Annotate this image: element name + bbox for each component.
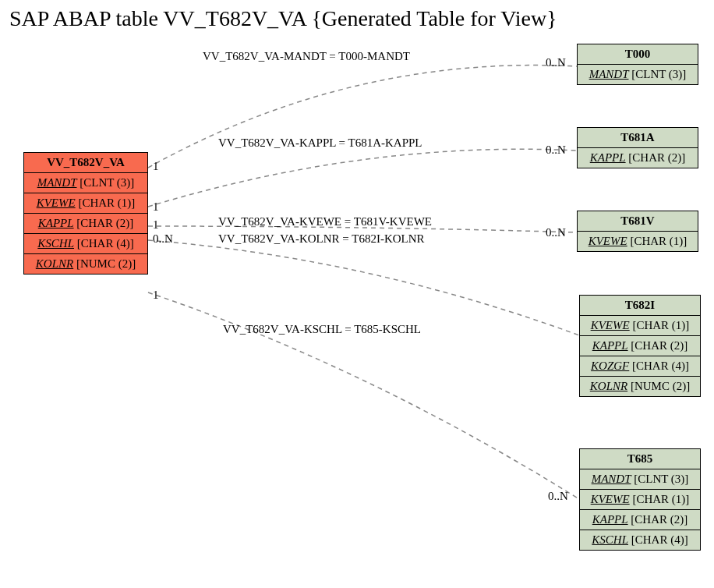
field-type: [NUMC (2)]: [76, 257, 136, 270]
page-title: SAP ABAP table VV_T682V_VA {Generated Ta…: [9, 6, 557, 31]
field-name: KSCHL: [592, 533, 628, 546]
field-type: [CLNT (3)]: [80, 176, 134, 189]
field-row: MANDT [CLNT (3)]: [580, 469, 700, 490]
field-row: MANDT [CLNT (3)]: [24, 173, 147, 193]
cardinality: 0..N: [153, 232, 173, 246]
field-type: [NUMC (2)]: [631, 380, 690, 392]
edge-label: VV_T682V_VA-KOLNR = T682I-KOLNR: [218, 232, 425, 246]
field-type: [CHAR (2)]: [628, 151, 685, 164]
cardinality: 0..N: [546, 56, 566, 69]
entity-header: T682I: [580, 296, 700, 316]
field-type: [CHAR (4)]: [632, 360, 689, 372]
field-row: KAPPL [CHAR (2)]: [578, 148, 698, 168]
field-type: [CHAR (1)]: [632, 319, 689, 331]
field-name: KAPPL: [592, 339, 628, 352]
entity-main: VV_T682V_VA MANDT [CLNT (3)] KVEWE [CHAR…: [23, 152, 148, 275]
field-name: KSCHL: [37, 237, 74, 250]
field-name: KAPPL: [590, 151, 626, 164]
field-row: KSCHL [CHAR (4)]: [24, 234, 147, 254]
field-row: KOLNR [NUMC (2)]: [580, 377, 700, 396]
entity-header: T681A: [578, 128, 698, 148]
field-name: KOZGF: [591, 360, 629, 372]
field-type: [CHAR (1)]: [632, 493, 689, 505]
field-type: [CHAR (1)]: [78, 197, 135, 209]
field-row: KVEWE [CHAR (1)]: [580, 490, 700, 510]
field-name: KVEWE: [589, 235, 627, 247]
field-name: MANDT: [589, 68, 629, 80]
field-row: KAPPL [CHAR (2)]: [580, 510, 700, 530]
edge-label: VV_T682V_VA-KVEWE = T681V-KVEWE: [218, 215, 432, 228]
field-name: KVEWE: [37, 197, 76, 209]
field-name: KOLNR: [590, 380, 627, 392]
field-row: KVEWE [CHAR (1)]: [580, 316, 700, 336]
field-row: KSCHL [CHAR (4)]: [580, 530, 700, 550]
field-name: KAPPL: [592, 513, 628, 526]
field-type: [CHAR (2)]: [76, 217, 133, 229]
field-row: MANDT [CLNT (3)]: [578, 65, 698, 84]
field-name: MANDT: [592, 473, 631, 485]
cardinality: 1: [153, 160, 159, 173]
field-type: [CHAR (4)]: [631, 533, 688, 546]
entity-header: T685: [580, 449, 700, 469]
field-name: KAPPL: [38, 217, 74, 229]
cardinality: 1: [153, 218, 159, 232]
cardinality: 0..N: [548, 490, 568, 503]
entity-t681v: T681V KVEWE [CHAR (1)]: [577, 211, 698, 252]
field-row: KOLNR [NUMC (2)]: [24, 254, 147, 274]
edge-label: VV_T682V_VA-KAPPL = T681A-KAPPL: [218, 136, 422, 150]
field-type: [CLNT (3)]: [634, 473, 688, 485]
field-row: KAPPL [CHAR (2)]: [24, 214, 147, 234]
edge-label: VV_T682V_VA-MANDT = T000-MANDT: [203, 50, 410, 63]
edge-label: VV_T682V_VA-KSCHL = T685-KSCHL: [223, 323, 421, 336]
field-type: [CHAR (2)]: [631, 513, 687, 526]
cardinality: 1: [153, 289, 159, 302]
field-row: KOZGF [CHAR (4)]: [580, 356, 700, 377]
field-type: [CHAR (2)]: [631, 339, 687, 352]
cardinality: 1: [153, 200, 159, 214]
entity-t681a: T681A KAPPL [CHAR (2)]: [577, 127, 698, 168]
entity-header: T000: [578, 44, 698, 65]
entity-t000: T000 MANDT [CLNT (3)]: [577, 44, 698, 85]
field-row: KAPPL [CHAR (2)]: [580, 336, 700, 356]
field-row: KVEWE [CHAR (1)]: [24, 193, 147, 214]
field-name: MANDT: [37, 176, 77, 189]
entity-t682i: T682I KVEWE [CHAR (1)] KAPPL [CHAR (2)] …: [579, 295, 701, 397]
field-name: KVEWE: [591, 319, 630, 331]
field-type: [CHAR (1)]: [630, 235, 687, 247]
entity-t685: T685 MANDT [CLNT (3)] KVEWE [CHAR (1)] K…: [579, 448, 701, 551]
field-type: [CLNT (3)]: [631, 68, 686, 80]
field-name: KVEWE: [591, 493, 630, 505]
field-type: [CHAR (4)]: [77, 237, 134, 250]
entity-header: VV_T682V_VA: [24, 153, 147, 173]
cardinality: 0..N: [546, 226, 566, 239]
entity-header: T681V: [578, 211, 698, 232]
cardinality: 0..N: [546, 143, 566, 157]
field-name: KOLNR: [36, 257, 73, 270]
field-row: KVEWE [CHAR (1)]: [578, 232, 698, 251]
